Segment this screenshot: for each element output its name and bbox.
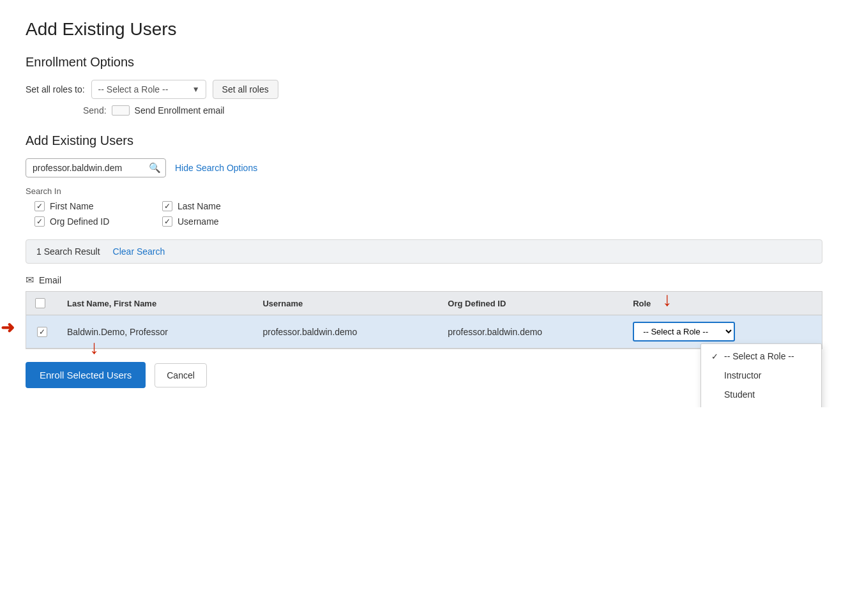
last-name-label: Last Name xyxy=(178,201,221,211)
users-table-wrapper: Last Name, First Name Username Org Defin… xyxy=(26,291,822,349)
org-defined-id-label: Org Defined ID xyxy=(50,216,109,227)
email-row: ✉ Email xyxy=(26,274,822,286)
last-name-checkbox-row: Last Name xyxy=(162,201,290,211)
role-cell: ↓ -- Select a Role -- Instructor Student… xyxy=(624,315,822,349)
arrow-to-role-dropdown-icon: ↓ xyxy=(662,289,672,310)
check-mark-icon: ✓ xyxy=(711,352,720,361)
search-in-section: Search In First Name Last Name Org Defin… xyxy=(26,186,822,227)
role-cell-select[interactable]: -- Select a Role -- Instructor Student S… xyxy=(633,322,735,342)
cancel-button[interactable]: Cancel xyxy=(155,363,207,387)
last-first-name-header: Last Name, First Name xyxy=(58,292,254,315)
search-input-wrapper: 🔍 xyxy=(26,158,166,177)
last-name-checkbox[interactable] xyxy=(162,201,172,211)
dropdown-label: -- Select a Role -- xyxy=(724,351,794,361)
table-row: ➜ Baldwin.Demo, Professor professor.bald… xyxy=(26,315,822,349)
enrollment-options-section: Enrollment Options Set all roles to: -- … xyxy=(26,55,822,116)
arrow-to-enroll-button-icon: ↓ xyxy=(89,336,99,358)
org-defined-id-checkbox[interactable] xyxy=(34,216,45,227)
hide-search-options-link[interactable]: Hide Search Options xyxy=(175,163,257,173)
search-input[interactable] xyxy=(26,158,166,177)
first-name-checkbox[interactable] xyxy=(34,201,45,211)
enroll-selected-users-button[interactable]: Enroll Selected Users xyxy=(26,362,146,388)
org-defined-id-header: Org Defined ID xyxy=(439,292,624,315)
username-label: Username xyxy=(178,216,219,227)
username-cell: professor.baldwin.demo xyxy=(254,315,439,349)
dropdown-item-student[interactable]: Student xyxy=(701,385,821,404)
username-checkbox[interactable] xyxy=(162,216,172,227)
username-checkbox-row: Username xyxy=(162,216,290,227)
dropdown-label: Student xyxy=(724,389,755,400)
results-bar: 1 Search Result Clear Search xyxy=(26,239,822,264)
dropdown-item-select-role[interactable]: ✓ -- Select a Role -- xyxy=(701,347,821,366)
send-row: Send: Send Enrollment email xyxy=(83,105,822,116)
email-label: Email xyxy=(39,275,61,285)
dropdown-label: Instructor xyxy=(724,370,761,380)
results-count: 1 Search Result xyxy=(36,246,100,257)
search-bar-row: 🔍 Hide Search Options xyxy=(26,158,822,177)
dropdown-item-instructor[interactable]: Instructor xyxy=(701,366,821,385)
last-first-name-cell: Baldwin.Demo, Professor xyxy=(58,315,254,349)
enrollment-options-heading: Enrollment Options xyxy=(26,55,822,70)
first-name-label: First Name xyxy=(50,201,93,211)
users-table: Last Name, First Name Username Org Defin… xyxy=(26,292,822,349)
row-select-cell: ➜ xyxy=(26,315,58,349)
dropdown-item-student-auditor[interactable]: Student Auditor xyxy=(701,404,821,407)
org-defined-id-cell: professor.baldwin.demo xyxy=(439,315,624,349)
set-roles-label: Set all roles to: xyxy=(26,84,85,94)
select-all-checkbox[interactable] xyxy=(35,298,45,308)
set-roles-row: Set all roles to: -- Select a Role -- ▼ … xyxy=(26,80,822,99)
email-icon: ✉ xyxy=(26,274,34,286)
select-all-header xyxy=(26,292,58,315)
send-email-label: Send Enrollment email xyxy=(135,105,225,116)
role-select[interactable]: -- Select a Role -- xyxy=(91,80,206,99)
role-select-wrapper: -- Select a Role -- ▼ xyxy=(91,80,206,99)
role-dropdown-overlay: ✓ -- Select a Role -- Instructor Student xyxy=(700,343,822,407)
org-defined-id-checkbox-row: Org Defined ID xyxy=(34,216,162,227)
arrow-to-checkbox-icon: ➜ xyxy=(1,318,15,338)
role-header: Role xyxy=(624,292,822,315)
table-header-row: Last Name, First Name Username Org Defin… xyxy=(26,292,822,315)
first-name-checkbox-row: First Name xyxy=(34,201,162,211)
set-all-roles-button[interactable]: Set all roles xyxy=(213,80,278,99)
send-email-checkbox[interactable] xyxy=(112,105,130,116)
checkbox-grid: First Name Last Name Org Defined ID User… xyxy=(34,201,822,227)
username-header: Username xyxy=(254,292,439,315)
add-existing-users-heading: Add Existing Users xyxy=(26,133,822,148)
search-in-label: Search In xyxy=(26,186,822,196)
add-existing-users-section: Add Existing Users 🔍 Hide Search Options… xyxy=(26,133,822,227)
row-checkbox[interactable] xyxy=(37,327,47,337)
page-title: Add Existing Users xyxy=(26,19,822,40)
clear-search-link[interactable]: Clear Search xyxy=(113,246,165,257)
send-label: Send: xyxy=(83,105,107,116)
